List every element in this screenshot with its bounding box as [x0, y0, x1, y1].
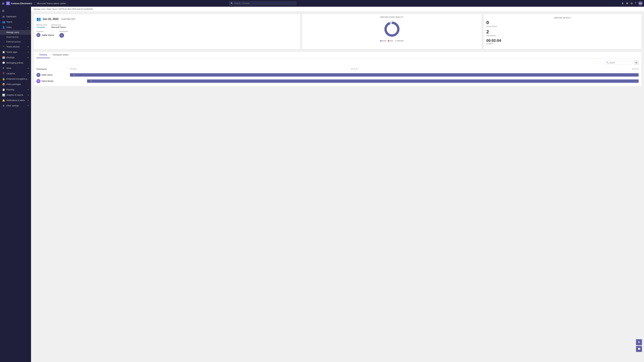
- sidebar-item-label: Policy packages: [6, 83, 29, 85]
- sidebar-item-label: Meetings: [6, 56, 26, 59]
- search-icon: 🔍: [230, 2, 233, 4]
- sidebar-item-label: Users: [6, 26, 26, 28]
- timeline-bar-adele: 📞 🎙: [70, 73, 639, 77]
- organizer-label: Organizer: [36, 30, 54, 32]
- donut-svg: [384, 21, 400, 37]
- brand-name: Contoso Electronics: [11, 2, 32, 5]
- sidebar-item-notifications[interactable]: 🔔 Notifications & alerts ▼: [0, 98, 31, 103]
- bar-phone-icon: 📞: [71, 74, 73, 76]
- topbar-actions: ⬇ 🖥 ⚙ ? CA: [622, 1, 643, 5]
- floating-btn-1[interactable]: ⚑: [636, 339, 642, 345]
- svg-point-1: [386, 23, 398, 35]
- waffle-menu-icon[interactable]: ⊞: [1, 1, 5, 6]
- participants-label: Participants: [486, 34, 639, 36]
- participants-badge: 2: [59, 33, 64, 38]
- chevron-icon: ▼: [27, 46, 29, 48]
- breadcrumb-manage-users[interactable]: Manage users: [34, 8, 46, 10]
- issues-label: Issues found: [486, 25, 639, 27]
- participants-label: Participants: [59, 30, 68, 32]
- timeline-search-input[interactable]: [609, 62, 631, 64]
- hamburger-icon[interactable]: ☰: [0, 8, 31, 14]
- sidebar-subitem-manage-users[interactable]: Manage users: [0, 30, 31, 35]
- sidebar-item-label: Teams devices: [6, 45, 26, 48]
- download-icon[interactable]: ⬇: [622, 2, 624, 5]
- chevron-icon: ▼: [27, 73, 29, 75]
- meeting-type-field: Meeting type Microsoft Teams: [51, 24, 66, 28]
- chevron-icon: ▼: [27, 21, 29, 23]
- teams-icon: 👥: [2, 21, 5, 23]
- sidebar-subitem-guest-access[interactable]: Guest access: [0, 35, 31, 39]
- monitor-icon[interactable]: 🖥: [626, 2, 628, 5]
- sidebar-item-encryption[interactable]: 🔒 Enhanced encryption p...: [0, 76, 31, 82]
- sidebar-item-other-settings[interactable]: ⚙ Other settings ▼: [0, 103, 31, 108]
- sidebar-item-locations[interactable]: 📍 Locations ▼: [0, 71, 31, 76]
- sidebar-item-teams[interactable]: 👥 Teams ▼: [0, 19, 31, 25]
- topbar-divider: |: [34, 2, 35, 5]
- sidebar-item-meetings[interactable]: 📅 Meetings ▼: [0, 55, 31, 60]
- sidebar-item-teams-devices[interactable]: 📱 Teams devices ▼: [0, 44, 31, 49]
- sidebar-item-label: Voice: [6, 67, 26, 69]
- sidebar-item-voice[interactable]: 🎙 Voice ▼: [0, 65, 31, 71]
- donut-chart: [384, 21, 400, 37]
- timeline-search-box: 🔍: [605, 61, 632, 64]
- bar-mic-icon: 🎙: [90, 80, 92, 82]
- user-avatar[interactable]: CA: [638, 1, 643, 5]
- audio-quality-card: MEETING AUDIO QUALITY Good: [302, 14, 482, 49]
- chevron-icon: ▼: [27, 67, 29, 69]
- participant-name: Adele Vance: [42, 74, 53, 76]
- participants-metric: 2 Participants: [486, 29, 639, 36]
- legend-poor: Poor: [388, 40, 393, 42]
- participant-name: Debra Berger: [42, 80, 54, 82]
- duration-value: 00:02:04: [486, 38, 639, 42]
- brand: C Contoso Electronics: [6, 1, 32, 5]
- sidebar-item-dashboard[interactable]: ⊞ Dashboard: [0, 14, 31, 19]
- meeting-calendar-icon: 👥: [36, 17, 41, 21]
- tab-participant-details[interactable]: Participant details: [50, 52, 71, 58]
- planning-icon: 📋: [2, 88, 5, 91]
- timeline-header: Participants 00:00:00 00:01:00 00:02:04: [36, 67, 639, 71]
- sidebar-item-label: Teams: [6, 21, 26, 23]
- sidebar-item-label: Dashboard: [6, 15, 29, 18]
- dashboard-icon: ⊞: [2, 15, 5, 18]
- voice-icon: 🎙: [2, 67, 5, 69]
- sub-item-label: External access: [6, 40, 21, 43]
- table-row: DB Debra Berger 📞 🎙: [36, 78, 639, 84]
- sidebar-item-label: Notifications & alerts: [6, 99, 26, 102]
- meeting-status-label: Meeting status: [36, 24, 47, 26]
- timeline-bar-track: 📞 🎙: [70, 79, 639, 83]
- sidebar-item-planning[interactable]: 📋 Planning ▼: [0, 87, 31, 92]
- sidebar-item-users[interactable]: 👤 Users ▲: [0, 25, 31, 30]
- chevron-icon: ▼: [27, 94, 29, 96]
- timeline-filter-button[interactable]: ⊞: [634, 60, 639, 65]
- donut-legend: Good Poor Unknown: [380, 40, 404, 42]
- sidebar-item-label: Planning: [6, 88, 26, 91]
- sidebar-item-teams-apps[interactable]: 🔲 Teams apps ▼: [0, 49, 31, 55]
- teams-devices-icon: 📱: [2, 45, 5, 48]
- sidebar-subitem-external-access[interactable]: External access: [0, 39, 31, 44]
- audio-quality-title: MEETING AUDIO QUALITY: [380, 16, 403, 18]
- sidebar-item-label: Messaging policies: [6, 62, 29, 64]
- topbar-search-area: 🔍: [229, 1, 296, 5]
- tabs-row: Timeline Participant details: [34, 52, 641, 58]
- brand-icon: C: [6, 1, 10, 5]
- help-icon[interactable]: ?: [635, 2, 636, 5]
- meeting-type-label: Meeting type: [51, 24, 66, 26]
- floating-btn-2[interactable]: 💬: [636, 346, 642, 352]
- sidebar-item-analytics[interactable]: 📊 Analytics & reports ▼: [0, 92, 31, 98]
- sidebar-item-messaging[interactable]: 💬 Messaging policies: [0, 60, 31, 65]
- chevron-icon: ▼: [27, 51, 29, 53]
- participants-col: Participants 2: [59, 30, 68, 38]
- duration-metric: 00:02:04 Duration: [486, 38, 639, 44]
- unknown-label: Unknown: [397, 40, 404, 42]
- settings-icon[interactable]: ⚙: [630, 2, 633, 5]
- meeting-date: Jun 22, 2022: [42, 17, 58, 21]
- search-input[interactable]: [229, 1, 296, 5]
- table-row: AV Adele Vance 📞 🎙: [36, 72, 639, 78]
- chevron-icon: ▼: [27, 57, 29, 58]
- meetings-icon: 📅: [2, 56, 5, 59]
- breadcrumb-user[interactable]: Adele Vance: [47, 8, 57, 10]
- sidebar-item-policy[interactable]: 📦 Policy packages: [0, 82, 31, 87]
- messaging-icon: 💬: [2, 61, 5, 64]
- tab-timeline[interactable]: Timeline: [36, 52, 50, 58]
- topbar: ⊞ C Contoso Electronics | Microsoft Team…: [0, 0, 644, 7]
